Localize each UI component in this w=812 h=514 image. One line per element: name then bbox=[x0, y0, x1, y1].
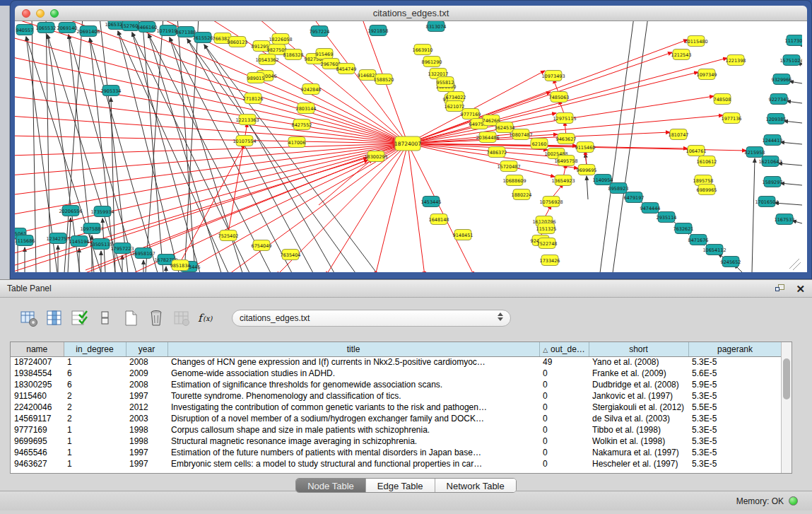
table-row[interactable]: 1456911722003Disruption of a novel membe… bbox=[11, 413, 781, 424]
graph-node[interactable] bbox=[767, 114, 784, 124]
graph-node[interactable] bbox=[698, 185, 715, 195]
float-panel-icon[interactable] bbox=[775, 284, 786, 293]
tab-edge-table[interactable]: Edge Table bbox=[366, 479, 435, 492]
graph-node[interactable] bbox=[722, 257, 739, 267]
graph-node[interactable] bbox=[253, 41, 270, 52]
graph-node[interactable] bbox=[558, 156, 575, 166]
graph-node[interactable] bbox=[282, 250, 299, 260]
graph-node[interactable] bbox=[539, 238, 555, 249]
graph-node[interactable] bbox=[714, 94, 731, 105]
graph-node[interactable] bbox=[220, 230, 237, 241]
table-row[interactable]: 946554611997Estimation of the future num… bbox=[11, 447, 781, 458]
table-row[interactable]: 911546021997Tourette syndrome. Phenomeno… bbox=[11, 390, 781, 402]
graph-node[interactable] bbox=[446, 101, 463, 112]
column-header-out-de-[interactable]: △out_de… bbox=[539, 342, 589, 356]
graph-node[interactable] bbox=[625, 192, 642, 203]
graph-node[interactable] bbox=[93, 239, 110, 250]
column-header-in-degree[interactable]: in_degree bbox=[64, 342, 126, 356]
minimize-window-button[interactable] bbox=[36, 9, 45, 18]
graph-node[interactable] bbox=[194, 33, 211, 43]
window-titlebar[interactable]: citations_edges.txt bbox=[15, 6, 807, 21]
graph-node[interactable] bbox=[688, 36, 705, 47]
graph-node[interactable] bbox=[428, 21, 445, 32]
table-row[interactable]: 977716911998Corpus callosum shape and si… bbox=[11, 424, 781, 436]
graph-node[interactable] bbox=[776, 214, 793, 225]
graph-node[interactable] bbox=[423, 57, 440, 67]
table-select-dropdown[interactable]: citations_edges.txt bbox=[232, 310, 511, 327]
create-column-icon[interactable] bbox=[120, 308, 141, 329]
graph-node[interactable] bbox=[114, 243, 131, 254]
graph-node[interactable] bbox=[423, 197, 440, 207]
graph-node[interactable] bbox=[16, 235, 33, 246]
graph-node[interactable] bbox=[122, 21, 139, 31]
graph-node[interactable] bbox=[236, 136, 253, 146]
graph-node[interactable] bbox=[135, 248, 152, 259]
graph-node[interactable] bbox=[293, 119, 310, 130]
graph-node[interactable] bbox=[247, 73, 264, 83]
close-panel-icon[interactable]: ✕ bbox=[796, 284, 805, 294]
graph-node[interactable] bbox=[673, 49, 690, 60]
graph-node[interactable] bbox=[80, 26, 97, 37]
graph-node[interactable] bbox=[259, 54, 276, 65]
graph-node[interactable] bbox=[558, 134, 575, 144]
graph-node[interactable] bbox=[723, 113, 740, 124]
table-row[interactable]: 2242004622012Investigating the contribut… bbox=[11, 402, 781, 413]
graph-node[interactable] bbox=[322, 59, 339, 69]
graph-node[interactable] bbox=[675, 223, 692, 234]
graph-node[interactable] bbox=[269, 45, 286, 55]
graph-node[interactable] bbox=[642, 203, 659, 214]
graph-node[interactable] bbox=[253, 240, 270, 251]
graph-node[interactable] bbox=[302, 84, 319, 95]
vertical-scrollbar[interactable] bbox=[781, 342, 792, 473]
graph-node[interactable] bbox=[727, 55, 744, 66]
graph-node[interactable] bbox=[62, 206, 79, 216]
graph-node[interactable] bbox=[298, 103, 314, 114]
graph-node[interactable] bbox=[59, 23, 76, 33]
graph-node[interactable] bbox=[762, 156, 779, 167]
graph-node[interactable] bbox=[496, 122, 513, 133]
graph-node[interactable] bbox=[462, 109, 479, 119]
graph-node[interactable] bbox=[746, 147, 763, 158]
graph-node[interactable] bbox=[272, 34, 289, 45]
show-columns-icon[interactable] bbox=[44, 308, 65, 329]
graph-node[interactable] bbox=[787, 35, 802, 46]
graph-node[interactable] bbox=[688, 146, 705, 156]
graph-node[interactable] bbox=[245, 93, 261, 104]
table-row[interactable]: 1938455462009Genome-wide association stu… bbox=[11, 368, 781, 379]
graph-node[interactable] bbox=[543, 197, 560, 207]
graph-node[interactable] bbox=[367, 151, 384, 162]
network-canvas[interactable]: 9405571065532206914020691406106532871527… bbox=[15, 21, 807, 272]
table-mode-icon[interactable] bbox=[18, 308, 40, 329]
graph-node[interactable] bbox=[551, 92, 567, 103]
graph-node[interactable] bbox=[288, 137, 305, 148]
graph-node[interactable] bbox=[764, 135, 781, 146]
graph-node[interactable] bbox=[577, 142, 594, 153]
graph-node[interactable] bbox=[758, 197, 775, 207]
graph-node[interactable] bbox=[513, 189, 530, 200]
graph-node[interactable] bbox=[658, 212, 675, 223]
graph-node[interactable] bbox=[594, 175, 611, 185]
row-height-icon[interactable] bbox=[95, 308, 116, 329]
column-header-name[interactable]: name bbox=[11, 342, 64, 356]
graph-node[interactable] bbox=[610, 183, 627, 194]
column-header-short[interactable]: short bbox=[589, 342, 688, 356]
zoom-window-button[interactable] bbox=[50, 9, 59, 18]
graph-node[interactable] bbox=[500, 161, 517, 172]
column-header-pagerank[interactable]: pagerank bbox=[688, 342, 781, 356]
network-graph[interactable]: 9405571065532206914020691406106532871527… bbox=[15, 21, 802, 272]
graph-node[interactable] bbox=[783, 55, 800, 66]
graph-node[interactable] bbox=[94, 206, 111, 217]
column-header-year[interactable]: year bbox=[126, 342, 167, 356]
function-builder-icon[interactable]: f(x) bbox=[196, 308, 218, 329]
graph-node[interactable] bbox=[239, 115, 256, 125]
graph-node[interactable] bbox=[437, 77, 454, 88]
graph-node[interactable] bbox=[531, 139, 548, 149]
table-row[interactable]: 946362711997Embryonic stem cells: a mode… bbox=[11, 458, 781, 469]
graph-node[interactable] bbox=[160, 25, 177, 36]
graph-node[interactable] bbox=[670, 129, 687, 140]
graph-node[interactable] bbox=[454, 230, 471, 240]
graph-node[interactable] bbox=[139, 22, 155, 33]
graph-node[interactable] bbox=[370, 25, 387, 36]
graph-node[interactable] bbox=[430, 214, 447, 225]
graph-node[interactable] bbox=[698, 69, 715, 80]
